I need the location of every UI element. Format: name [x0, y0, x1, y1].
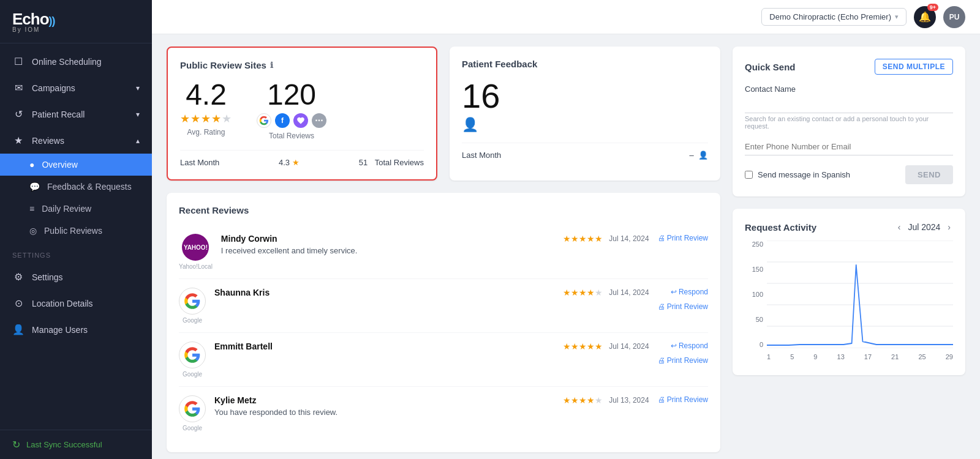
request-activity-card: Request Activity ‹ Jul 2024 › 250 150 10… — [733, 209, 965, 375]
x-label: 17 — [864, 353, 872, 360]
feedback-count: 16 — [462, 79, 708, 113]
settings-section-label: Settings — [0, 247, 152, 264]
sidebar-item-manage-users[interactable]: 👤 Manage Users — [0, 316, 152, 343]
user-avatar[interactable]: PU — [943, 6, 965, 28]
more-platforms-icon[interactable]: ··· — [312, 113, 326, 128]
y-label: 250 — [752, 241, 763, 248]
y-label: 150 — [752, 266, 763, 273]
review-date: Jul 14, 2024 — [609, 342, 649, 351]
reviewer-name: Shaunna Kris — [214, 288, 270, 297]
sidebar-item-reviews[interactable]: ★ Reviews ▴ — [0, 127, 152, 154]
card-title-public-reviews: Public Review Sites ℹ — [180, 60, 424, 70]
y-label: 100 — [752, 291, 763, 298]
review-stars: ★★★★★ — [563, 234, 603, 244]
platform-label: Google — [183, 425, 202, 431]
left-column: Public Review Sites ℹ 4.2 ★★★★★ Avg. Rat… — [167, 47, 720, 447]
sidebar-navigation: ☐ Online Scheduling ✉ Campaigns ▾ ↺ Pati… — [0, 43, 152, 430]
public-review-sites-card: Public Review Sites ℹ 4.2 ★★★★★ Avg. Rat… — [167, 47, 437, 181]
form-row-bottom: Send message in Spanish SEND — [745, 165, 953, 184]
table-row: Google Emmitt Bartell ★★★★★ Jul 14, 2024 — [179, 333, 708, 387]
print-review-button[interactable]: 🖨 Print Review — [658, 302, 708, 311]
review-meta: ★★★★★ Jul 13, 2024 — [563, 395, 649, 405]
review-text: You have responded to this review. — [214, 408, 649, 417]
review-stars: ★★★★★ — [563, 341, 603, 351]
review-meta: ★★★★★ Jul 14, 2024 — [563, 341, 649, 351]
list-icon: ≡ — [29, 204, 34, 214]
send-button[interactable]: SEND — [905, 165, 953, 184]
bell-icon: 🔔 — [919, 11, 931, 23]
sidebar-item-location-details[interactable]: ⊙ Location Details — [0, 290, 152, 316]
review-header: Kylie Metz ★★★★★ Jul 13, 2024 — [214, 395, 649, 405]
sidebar-item-patient-recall[interactable]: ↺ Patient Recall ▾ — [0, 101, 152, 127]
contact-name-label: Contact Name — [745, 84, 953, 94]
sidebar-subitem-label: Feedback & Requests — [47, 182, 132, 192]
next-month-button[interactable]: › — [945, 221, 953, 233]
review-actions: 🖨 Print Review — [658, 395, 708, 404]
current-month: Jul 2024 — [908, 222, 940, 232]
chevron-down-icon: ▾ — [895, 13, 899, 21]
avg-rating-block: 4.2 ★★★★★ Avg. Rating — [180, 80, 232, 136]
review-date: Jul 13, 2024 — [609, 396, 649, 405]
sidebar: Echo)) By IOM ☐ Online Scheduling ✉ Camp… — [0, 0, 152, 459]
respond-button[interactable]: ↩ Respond — [671, 341, 708, 350]
sidebar-item-overview[interactable]: ● Overview — [0, 154, 152, 176]
print-review-button[interactable]: 🖨 Print Review — [658, 356, 708, 365]
notifications-button[interactable]: 🔔 9+ — [914, 6, 936, 28]
x-label: 13 — [837, 353, 845, 360]
recent-reviews-card: Recent Reviews YAHOO! Yahoo!Local Mindy … — [167, 193, 720, 452]
contact-name-input[interactable] — [745, 96, 953, 113]
review-meta: ★★★★★ Jul 14, 2024 — [563, 288, 649, 297]
prev-month-button[interactable]: ‹ — [895, 221, 903, 233]
platform-icons: f ··· — [257, 113, 326, 128]
feedback-footer: Last Month – 👤 — [462, 143, 708, 160]
platform-label: Google — [183, 317, 202, 324]
calendar-icon: ☐ — [12, 56, 24, 67]
patient-feedback-card: Patient Feedback 16 👤 Last Month – 👤 — [450, 47, 720, 181]
org-selector[interactable]: Demo Chiropractic (Echo Premier) ▾ — [761, 8, 907, 26]
contact-name-field: Contact Name Search for an existing cont… — [745, 84, 953, 130]
table-row: Google Kylie Metz ★★★★★ Jul 13, 2024 You… — [179, 387, 708, 440]
platform-label: Yahoo!Local — [179, 263, 213, 270]
gear-icon: ⚙ — [12, 271, 24, 283]
review-stats: 4.2 ★★★★★ Avg. Rating 120 — [180, 80, 424, 140]
print-review-button[interactable]: 🖨 Print Review — [658, 395, 708, 404]
send-multiple-button[interactable]: SEND MULTIPLE — [875, 59, 953, 75]
reviewer-name: Mindy Corwin — [221, 234, 277, 244]
quick-send-card: Quick Send SEND MULTIPLE Contact Name Se… — [733, 47, 965, 196]
sidebar-item-settings[interactable]: ⚙ Settings — [0, 264, 152, 290]
healthgrades-platform-icon — [293, 113, 308, 128]
table-row: YAHOO! Yahoo!Local Mindy Corwin ★★★★★ Ju… — [179, 225, 708, 279]
review-list: YAHOO! Yahoo!Local Mindy Corwin ★★★★★ Ju… — [179, 225, 708, 440]
sidebar-item-daily-review[interactable]: ≡ Daily Review — [0, 198, 152, 220]
avatar — [179, 341, 206, 368]
sidebar-item-feedback-requests[interactable]: 💬 Feedback & Requests — [0, 176, 152, 198]
request-activity-chart: 250 150 100 50 0 — [745, 241, 953, 363]
total-reviews-value: 120 — [257, 80, 326, 110]
sidebar-item-label: Location Details — [32, 299, 93, 308]
chart-y-axis: 250 150 100 50 0 — [745, 241, 767, 348]
last-month-total-reviews: 51 Total Reviews — [359, 158, 424, 167]
info-icon[interactable]: ℹ — [270, 61, 273, 70]
spanish-checkbox[interactable] — [745, 171, 753, 179]
facebook-platform-icon: f — [275, 113, 290, 128]
review-footer: Last Month 4.3 ★ 51 Total Reviews — [180, 150, 424, 167]
phone-email-input[interactable] — [745, 138, 953, 155]
print-review-button[interactable]: 🖨 Print Review — [658, 234, 708, 242]
logo-waves: )) — [49, 15, 55, 27]
sidebar-item-campaigns[interactable]: ✉ Campaigns ▾ — [0, 75, 152, 101]
review-actions: ↩ Respond 🖨 Print Review — [658, 341, 708, 365]
sidebar-item-online-scheduling[interactable]: ☐ Online Scheduling — [0, 48, 152, 75]
month-navigation: ‹ Jul 2024 › — [895, 221, 953, 233]
respond-button[interactable]: ↩ Respond — [671, 288, 708, 296]
avatar: YAHOO! — [182, 234, 209, 261]
x-label: 29 — [946, 353, 953, 360]
logo-name: Echo)) — [12, 10, 55, 28]
sidebar-item-public-reviews[interactable]: ◎ Public Reviews — [0, 220, 152, 242]
sidebar-subitem-label: Public Reviews — [44, 226, 102, 236]
review-stars: ★★★★★ — [563, 288, 603, 297]
spanish-checkbox-label[interactable]: Send message in Spanish — [745, 170, 850, 179]
reviewer-name: Emmitt Bartell — [214, 341, 273, 351]
avg-rating-stars: ★★★★★ — [180, 112, 232, 125]
request-activity-header: Request Activity ‹ Jul 2024 › — [745, 221, 953, 233]
quick-send-title: Quick Send — [745, 62, 796, 72]
